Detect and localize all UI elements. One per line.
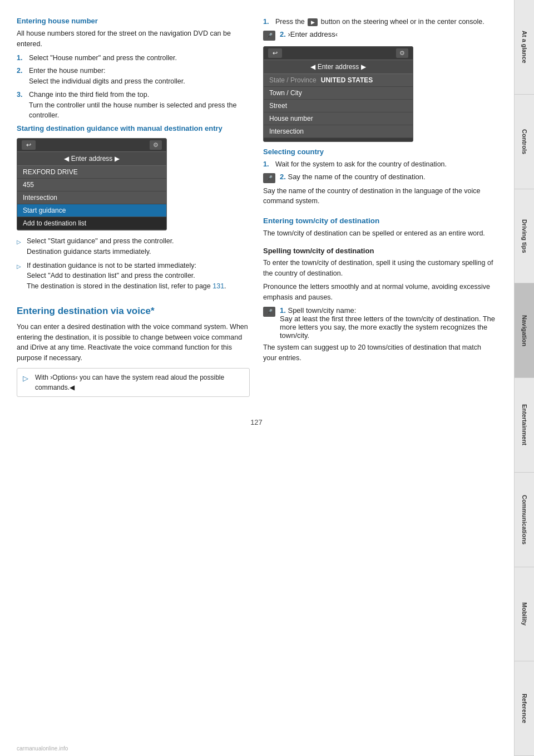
bullet-add-destination: ▷ If destination guidance is not to be s… [17,261,250,292]
note-box: ▷ With ›Options‹ you can have the system… [17,368,250,397]
step-1-label: 1. [17,53,26,63]
spell-step-1-label: 1. [280,306,286,315]
right-step-1: 1. Press the ▶ button on the steering wh… [263,17,496,27]
step-3: 3. Change into the third field from the … [17,90,250,121]
sidebar-tab-communications[interactable]: Communications [514,473,534,567]
entering-destination-voice-heading: Entering destination via voice* [17,305,250,317]
note-triangle-icon: ▷ [23,373,31,392]
step-1: 1. Select "House number" and press the c… [17,53,250,63]
sidebar-tab-navigation[interactable]: Navigation [514,283,534,378]
sidebar-tab-entertainment[interactable]: Entertainment [514,378,534,473]
voice-icon-3: 🎤 [263,307,275,317]
page-number: 127 [17,418,496,426]
entering-house-number-body: All house numbers stored for the street … [17,28,250,50]
selecting-country-body: Say the name of the country of destinati… [263,186,496,207]
selecting-country-step-2: 🎤 2. Say the name of the country of dest… [263,173,496,183]
sidebar: At a glance Controls Driving tips Naviga… [514,0,534,756]
right-column: 1. Press the ▶ button on the steering wh… [263,17,496,401]
nav-topbar-1: ↩ ⚙ [17,139,166,151]
selecting-country-heading: Selecting country [263,148,496,156]
spell-step-1-text: Spell town/city name:Say at least the fi… [280,306,495,340]
spelling-town-body2: Pronounce the letters smoothly and at no… [263,282,496,303]
spelling-town-body1: To enter the town/city of destination, s… [263,258,496,279]
starting-destination-guidance-section: Starting destination guidance with manua… [17,124,250,292]
nav-row-house-number: House number [264,112,413,125]
right-step-1-label: 1. [263,17,272,27]
nav-row-rexford: REXFORD DRIVE [17,166,166,179]
nav-settings-button-1[interactable]: ⚙ [150,140,162,150]
nav-settings-button-2[interactable]: ⚙ [396,48,408,58]
watermark: carmanualonline.info [17,745,68,752]
nav-row-town-city: Town / City [264,87,413,100]
nav-topbar-2: ↩ ⚙ [264,47,413,60]
sidebar-tab-mobility[interactable]: Mobility [514,567,534,662]
right-step-2: 🎤 2. ›Enter address‹ [263,30,496,41]
bullet-add-destination-text: If destination guidance is not to be sta… [27,261,226,292]
right-step-2-label: 2. [280,30,286,38]
nav-row-intersection-2: Intersection [264,125,413,138]
sc-step-1-text: Wait for the system to ask for the count… [275,159,496,170]
sc-step-2-text: Say the name of the country of destinati… [288,173,425,181]
step-2-text: Enter the house number:Select the indivi… [29,66,250,87]
nav-row-street: Street [264,100,413,112]
nav-back-button-1[interactable]: ↩ [22,140,36,150]
spelling-town-section: Spelling town/city of destination To ent… [263,247,496,364]
spelling-town-heading: Spelling town/city of destination [263,247,496,255]
voice-icon-2: 🎤 [263,173,275,183]
step-2: 2. Enter the house number:Select the ind… [17,66,250,87]
nav-screen-2: ↩ ⚙ ◀ Enter address ▶ State / Province U… [263,46,413,142]
right-step-2-text: ›Enter address‹ [288,30,338,38]
sidebar-tab-at-a-glance[interactable]: At a glance [514,0,534,95]
bullet-start-guidance-text: Select "Start guidance" and press the co… [27,236,174,257]
selecting-country-section: Selecting country 1. Wait for the system… [263,148,496,207]
nav-state-value: UNITED STATES [321,76,373,84]
nav-header-2: ◀ Enter address ▶ [264,60,413,74]
nav-header-1: ◀ Enter address ▶ [17,151,166,166]
selecting-country-step-1: 1. Wait for the system to ask for the co… [263,159,496,170]
main-content: Entering house number All house numbers … [0,0,513,756]
triangle-icon-1: ▷ [17,238,23,257]
step-3-text: Change into the third field from the top… [29,90,250,121]
sidebar-tab-driving-tips[interactable]: Driving tips [514,189,534,284]
spelling-town-body3: The system can suggest up to 20 towns/ci… [263,342,496,364]
sidebar-tab-reference[interactable]: Reference [514,661,534,756]
entering-town-heading: Entering town/city of destination [263,217,496,225]
step-3-label: 3. [17,90,26,121]
step-1-text: Select "House number" and press the cont… [29,53,250,63]
triangle-icon-2: ▷ [17,262,23,292]
sc-step-1-label: 1. [263,159,272,170]
nav-row-455: 455 [17,179,166,192]
sc-step-2-label: 2. [280,173,286,181]
starting-destination-heading: Starting destination guidance with manua… [17,124,250,132]
step-2-label: 2. [17,66,26,87]
sc-step-2-content: 2. Say the name of the country of destin… [280,173,426,181]
sidebar-tab-controls[interactable]: Controls [514,95,534,189]
right-step-2-content: 2. ›Enter address‹ [280,30,338,38]
nav-state-row: State / Province UNITED STATES [264,74,413,87]
nav-screen-1: ↩ ⚙ ◀ Enter address ▶ REXFORD DRIVE 455 … [17,138,167,230]
nav-row-start-guidance[interactable]: Start guidance [17,204,166,217]
left-column: Entering house number All house numbers … [17,17,250,401]
nav-row-intersection: Intersection [17,192,166,204]
voice-icon-1: 🎤 [263,31,275,41]
nav-row-add-destination[interactable]: Add to destination list [17,217,166,230]
entering-house-number-heading: Entering house number [17,17,250,25]
note-text: With ›Options‹ you can have the system r… [35,372,244,392]
spell-step-1-content: 1. Spell town/city name:Say at least the… [280,306,496,340]
entering-town-body: The town/city of destination can be spel… [263,228,496,239]
entering-destination-voice-section: Entering destination via voice* You can … [17,305,250,397]
entering-house-number-section: Entering house number All house numbers … [17,17,250,121]
right-step-1-text: Press the ▶ button on the steering wheel… [275,17,496,27]
entering-destination-voice-body: You can enter a desired destination with… [17,322,250,364]
nav-back-button-2[interactable]: ↩ [268,48,282,58]
nav-state-label: State / Province [269,76,317,84]
spelling-step-1: 🎤 1. Spell town/city name:Say at least t… [263,306,496,340]
entering-house-number-steps: 1. Select "House number" and press the c… [17,53,250,121]
entering-town-section: Entering town/city of destination The to… [263,217,496,239]
two-column-layout: Entering house number All house numbers … [17,17,496,401]
bullet-start-guidance: ▷ Select "Start guidance" and press the … [17,236,250,257]
